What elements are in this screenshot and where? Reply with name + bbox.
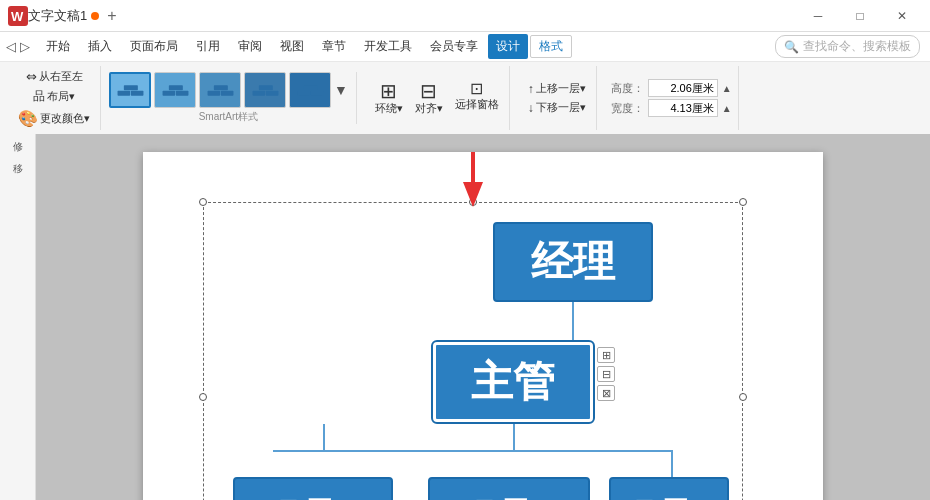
ribbon-group-dimension: 高度： ▲ 宽度： ▲ xyxy=(605,66,739,130)
width-row: 宽度： ▲ xyxy=(611,99,732,117)
handle-btn-2[interactable]: ⊟ xyxy=(597,366,615,382)
smartart-handle-panel: ⊞ ⊟ ⊠ xyxy=(597,347,615,401)
document-page: 经理 主管 ⊞ ⊟ ⊠ xyxy=(143,152,823,500)
change-color-btn[interactable]: 🎨 更改颜色▾ xyxy=(14,108,94,129)
new-tab-btn[interactable]: + xyxy=(107,7,116,25)
toolbar-xiu[interactable]: 修 xyxy=(2,138,34,156)
supervisor-box[interactable]: 主管 xyxy=(433,342,593,422)
line-to-emp-a xyxy=(323,424,325,452)
ribbon-group-arrange: ⊞ 环绕▾ ⊟ 对齐▾ ⊡ 远择窗格 xyxy=(365,66,510,130)
line-to-emp-c xyxy=(671,450,673,478)
width-label: 宽度： xyxy=(611,101,644,116)
line-to-emp-b xyxy=(513,424,515,452)
app-wrapper: W 文字文稿1 + ─ □ ✕ ◁ ▷ 开始 插入 页面布局 引用 审阅 视图 … xyxy=(0,0,930,500)
doc-title: 文字文稿1 xyxy=(28,7,87,25)
maximize-btn[interactable]: □ xyxy=(840,2,880,30)
layout-btn[interactable]: 品 布局▾ xyxy=(29,87,79,106)
wps-logo-icon: W xyxy=(8,6,28,26)
window-controls: ─ □ ✕ xyxy=(798,2,922,30)
employee-a-box[interactable]: 职员A xyxy=(233,477,393,500)
line-manager-to-supervisor xyxy=(572,302,574,342)
style-box-4[interactable] xyxy=(244,72,286,108)
handle-mr[interactable] xyxy=(739,393,747,401)
undo-redo-group: ◁ ▷ xyxy=(6,39,30,54)
unsaved-dot xyxy=(91,12,99,20)
handle-btn-3[interactable]: ⊠ xyxy=(597,385,615,401)
wrap-btn[interactable]: ⊞ 环绕▾ xyxy=(371,79,407,118)
width-input[interactable] xyxy=(648,99,718,117)
handle-tr[interactable] xyxy=(739,198,747,206)
handle-ml[interactable] xyxy=(199,393,207,401)
style-box-2[interactable] xyxy=(154,72,196,108)
style-box-5[interactable] xyxy=(289,72,331,108)
ribbon-content: ⇔ 从右至左 品 布局▾ 🎨 更改颜色▾ xyxy=(0,62,930,134)
selection-pane-btn[interactable]: ⊡ 远择窗格 xyxy=(451,79,503,118)
move-up-layer-btn[interactable]: ↑ 上移一层▾ xyxy=(524,80,590,97)
minimize-btn[interactable]: ─ xyxy=(798,2,838,30)
employee-b-box[interactable]: 职员B xyxy=(428,477,590,500)
employee-c-box[interactable]: 职员C xyxy=(609,477,729,500)
ribbon-search-box[interactable]: 🔍 查找命令、搜索模板 xyxy=(775,35,920,58)
handle-btn-1[interactable]: ⊞ xyxy=(597,347,615,363)
menu-shitu[interactable]: 视图 xyxy=(272,34,312,59)
toolbar-yi[interactable]: 移 xyxy=(2,160,34,178)
smartart-styles-group: ▼ SmartArt样式 xyxy=(109,72,357,124)
menu-huiyuan[interactable]: 会员专享 xyxy=(422,34,486,59)
page-wrapper: 经理 主管 ⊞ ⊟ ⊠ xyxy=(36,134,930,500)
handle-tc[interactable] xyxy=(469,198,477,206)
height-row: 高度： ▲ xyxy=(611,79,732,97)
svg-text:W: W xyxy=(11,9,24,24)
search-icon: 🔍 xyxy=(784,40,799,54)
line-supervisor-h xyxy=(273,450,673,452)
menu-sheji[interactable]: 设计 xyxy=(488,34,528,59)
menu-shenyue[interactable]: 审阅 xyxy=(230,34,270,59)
ribbon-group-layout: ⇔ 从右至左 品 布局▾ 🎨 更改颜色▾ xyxy=(8,66,101,130)
menu-zhangjie[interactable]: 章节 xyxy=(314,34,354,59)
move-down-layer-btn[interactable]: ↓ 下移一层▾ xyxy=(524,99,590,116)
menu-bar: ◁ ▷ 开始 插入 页面布局 引用 审阅 视图 章节 开发工具 会员专享 设计 … xyxy=(0,32,930,62)
close-btn[interactable]: ✕ xyxy=(882,2,922,30)
smartart-container[interactable]: 经理 主管 ⊞ ⊟ ⊠ xyxy=(203,202,743,500)
undo-btn[interactable]: ◁ xyxy=(6,39,16,54)
menu-kaifa[interactable]: 开发工具 xyxy=(356,34,420,59)
align-btn[interactable]: ⊟ 对齐▾ xyxy=(411,79,447,118)
left-toolbar: 修 移 xyxy=(0,134,36,500)
menu-yinyong[interactable]: 引用 xyxy=(188,34,228,59)
search-placeholder: 查找命令、搜索模板 xyxy=(803,38,911,55)
menu-geshi[interactable]: 格式 xyxy=(530,35,572,58)
menu-kaishi[interactable]: 开始 xyxy=(38,34,78,59)
height-label: 高度： xyxy=(611,81,644,96)
height-up-btn[interactable]: ▲ xyxy=(722,83,732,94)
menu-yemian[interactable]: 页面布局 xyxy=(122,34,186,59)
title-bar: W 文字文稿1 + ─ □ ✕ xyxy=(0,0,930,32)
styles-dropdown-btn[interactable]: ▼ xyxy=(334,82,348,98)
right-to-left-btn[interactable]: ⇔ 从右至左 xyxy=(22,68,87,85)
menu-charu[interactable]: 插入 xyxy=(80,34,120,59)
style-box-1[interactable] xyxy=(109,72,151,108)
manager-box[interactable]: 经理 xyxy=(493,222,653,302)
height-input[interactable] xyxy=(648,79,718,97)
width-up-btn[interactable]: ▲ xyxy=(722,103,732,114)
main-area: 修 移 xyxy=(0,134,930,500)
red-arrow xyxy=(353,152,553,222)
handle-tl[interactable] xyxy=(199,198,207,206)
ribbon-group-layer: ↑ 上移一层▾ ↓ 下移一层▾ xyxy=(518,66,597,130)
redo-btn[interactable]: ▷ xyxy=(20,39,30,54)
style-box-3[interactable] xyxy=(199,72,241,108)
